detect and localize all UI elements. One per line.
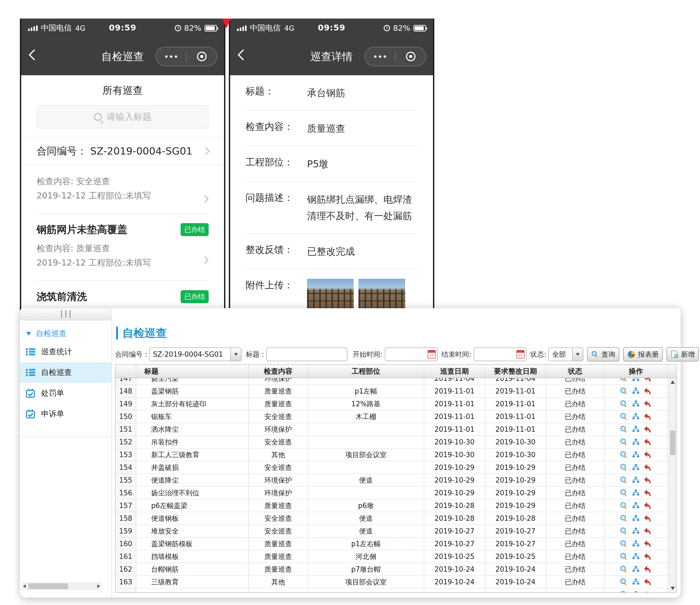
- calendar-icon[interactable]: [428, 350, 436, 359]
- workflow-icon[interactable]: [632, 438, 640, 446]
- report-book-button[interactable]: 报表册: [623, 347, 663, 362]
- sidebar-item-penalty[interactable]: 处罚单: [20, 383, 111, 403]
- return-arrow-icon[interactable]: [644, 489, 652, 497]
- search-button[interactable]: 查询: [587, 347, 619, 362]
- col-patrol-date: 巡查日期: [424, 365, 485, 378]
- sidebar-item-patrol-stats[interactable]: 巡查统计: [20, 342, 111, 362]
- view-magnifier-icon[interactable]: [620, 378, 628, 383]
- scroll-right-arrow[interactable]: [97, 584, 100, 588]
- workflow-icon[interactable]: [632, 451, 640, 458]
- scrollbar-thumb[interactable]: [28, 583, 68, 589]
- return-arrow-icon[interactable]: [644, 553, 652, 560]
- return-arrow-icon[interactable]: [644, 425, 652, 433]
- return-arrow-icon[interactable]: [644, 565, 652, 573]
- vertical-scrollbar[interactable]: [669, 378, 676, 592]
- view-magnifier-icon[interactable]: [620, 489, 628, 497]
- workflow-icon[interactable]: [632, 413, 640, 420]
- view-magnifier-icon[interactable]: [620, 527, 628, 535]
- return-arrow-icon[interactable]: [644, 387, 652, 395]
- view-magnifier-icon[interactable]: [620, 540, 628, 548]
- view-magnifier-icon[interactable]: [620, 515, 628, 522]
- scrollbar-thumb[interactable]: [670, 431, 675, 455]
- return-arrow-icon[interactable]: [644, 476, 652, 484]
- view-magnifier-icon[interactable]: [620, 502, 628, 509]
- title-filter-input[interactable]: [266, 347, 347, 361]
- scroll-down-arrow[interactable]: [669, 584, 676, 592]
- return-arrow-icon[interactable]: [644, 591, 652, 592]
- return-arrow-icon[interactable]: [644, 400, 652, 408]
- attachment-photo[interactable]: [358, 279, 405, 311]
- table-body-rows: 147 扬尘污染 环境保护 2019-11-04 2019-11-04 已办结 …: [116, 378, 669, 592]
- back-icon[interactable]: [238, 49, 249, 60]
- network-label: 4G: [75, 24, 85, 32]
- workflow-icon[interactable]: [632, 540, 640, 548]
- view-magnifier-icon[interactable]: [620, 425, 628, 433]
- more-menu-icon[interactable]: [156, 55, 186, 58]
- scroll-up-arrow[interactable]: [669, 378, 676, 386]
- sidebar-tree-root[interactable]: 自检巡查: [20, 320, 111, 342]
- workflow-icon[interactable]: [632, 502, 640, 509]
- return-arrow-icon[interactable]: [644, 578, 652, 586]
- horizontal-scrollbar[interactable]: [22, 582, 102, 590]
- return-arrow-icon[interactable]: [644, 378, 652, 383]
- workflow-icon[interactable]: [632, 426, 640, 433]
- sidebar-item-appeal[interactable]: 申诉单: [20, 403, 111, 424]
- search-input[interactable]: 请输入标题: [36, 105, 209, 129]
- return-arrow-icon[interactable]: [644, 413, 652, 421]
- more-menu-icon[interactable]: [365, 55, 395, 58]
- close-circle-icon[interactable]: [187, 52, 217, 61]
- return-arrow-icon[interactable]: [644, 451, 652, 459]
- workflow-icon[interactable]: [632, 527, 640, 535]
- status-select[interactable]: 全部: [548, 347, 583, 361]
- attachment-photo[interactable]: [307, 279, 354, 311]
- close-circle-icon[interactable]: [396, 52, 426, 61]
- sidebar-resize-grip[interactable]: [20, 308, 111, 320]
- nav-bar: 自检巡查: [21, 37, 224, 75]
- list-item[interactable]: 钢筋网片未垫高覆盖 已办结 检查内容: 质量巡查 2019-12-12 工程部位…: [36, 214, 209, 281]
- view-magnifier-icon[interactable]: [620, 553, 628, 560]
- section-title: 所有巡查: [21, 84, 224, 97]
- view-magnifier-icon[interactable]: [620, 438, 628, 446]
- return-arrow-icon[interactable]: [644, 515, 652, 522]
- contract-select[interactable]: SZ-2019-0004-SG01: [149, 347, 242, 361]
- return-arrow-icon[interactable]: [644, 438, 652, 446]
- view-magnifier-icon[interactable]: [620, 387, 628, 395]
- return-arrow-icon[interactable]: [644, 464, 652, 471]
- view-magnifier-icon[interactable]: [620, 578, 628, 586]
- workflow-icon[interactable]: [632, 578, 640, 586]
- contract-number-row[interactable]: 合同编号： SZ-2019-0004-SG01: [21, 137, 224, 165]
- list-item[interactable]: 检查内容: 安全巡查 2019-12-12 工程部位:未填写: [36, 165, 209, 214]
- view-magnifier-icon[interactable]: [620, 464, 628, 471]
- workflow-icon[interactable]: [632, 388, 640, 395]
- detail-field-problem: 问题描述： 钢筋绑扎点漏绑、电焊渣清理不及时、有一处漏筋: [246, 182, 418, 234]
- view-magnifier-icon[interactable]: [620, 476, 628, 484]
- workflow-icon[interactable]: [632, 515, 640, 522]
- scroll-left-arrow[interactable]: [23, 584, 26, 588]
- workflow-icon[interactable]: [632, 400, 640, 407]
- sidebar-item-self-inspection[interactable]: 自检巡查: [20, 362, 111, 383]
- workflow-icon[interactable]: [632, 476, 640, 484]
- clock-label: 09:59: [109, 23, 136, 32]
- workflow-icon[interactable]: [632, 553, 640, 560]
- back-icon[interactable]: [29, 49, 40, 60]
- view-magnifier-icon[interactable]: [620, 413, 628, 421]
- detail-field-content: 检查内容： 质量巡查: [246, 111, 418, 146]
- view-magnifier-icon[interactable]: [620, 591, 628, 592]
- view-magnifier-icon[interactable]: [620, 451, 628, 459]
- add-new-button[interactable]: 新增: [667, 347, 699, 362]
- view-magnifier-icon[interactable]: [620, 565, 628, 573]
- clock-label: 09:59: [318, 23, 346, 32]
- calendar-icon[interactable]: [517, 350, 524, 359]
- workflow-icon[interactable]: [632, 591, 640, 592]
- contract-label: 合同编号 :: [115, 350, 147, 359]
- view-magnifier-icon[interactable]: [620, 400, 628, 408]
- status-badge: 已办结: [180, 223, 209, 236]
- return-arrow-icon[interactable]: [644, 540, 652, 548]
- workflow-icon[interactable]: [632, 378, 640, 382]
- workflow-icon[interactable]: [632, 565, 640, 573]
- return-arrow-icon[interactable]: [644, 502, 652, 509]
- list-item[interactable]: 浇筑前清洗 已办结 检查内容: 质量巡查 2019-12-11 工程部位:未填写: [36, 281, 209, 311]
- return-arrow-icon[interactable]: [644, 527, 652, 535]
- workflow-icon[interactable]: [632, 464, 640, 471]
- workflow-icon[interactable]: [632, 489, 640, 497]
